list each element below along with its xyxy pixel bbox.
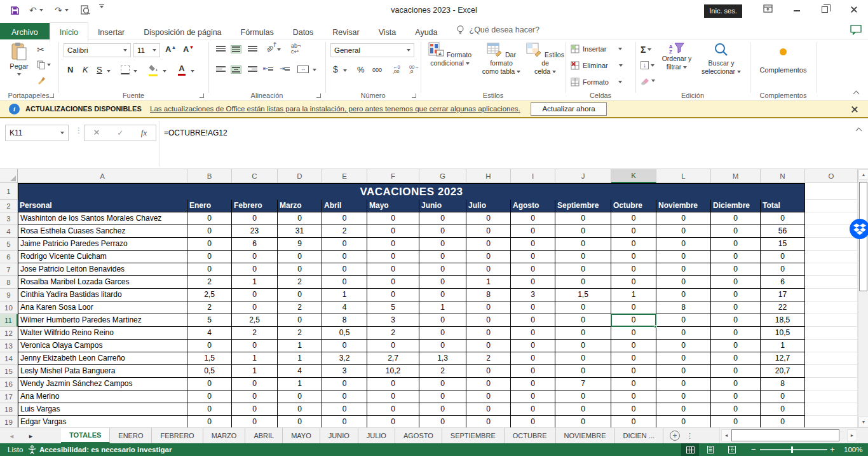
cell-value[interactable]: 1 [419,301,466,314]
table-header-enero[interactable]: Enero [187,200,232,212]
cell-value[interactable]: 0 [656,238,711,251]
cell-value[interactable]: 1 [278,352,322,365]
cell-value[interactable]: 10,2 [367,365,419,378]
row-header-18[interactable]: 18 [0,403,18,416]
cell-value[interactable]: 0 [611,212,656,225]
cell-value[interactable]: 0 [611,314,656,327]
comments-button[interactable] [850,25,862,37]
paste-button[interactable]: Pegar [5,42,33,78]
cell-value[interactable]: 0 [187,225,232,238]
cell[interactable] [805,390,858,403]
cell[interactable] [805,251,858,263]
sheet-tab-noviembre[interactable]: NOVIEMBRE [556,428,615,443]
cell-value[interactable]: 0 [367,251,419,263]
row-header-15[interactable]: 15 [0,365,18,378]
cell-value[interactable]: 0 [555,365,611,378]
cell-name[interactable]: Rodrigo Vicente Cuicham [18,251,187,263]
cell-value[interactable]: 0 [511,352,555,365]
currency-format-button[interactable]: $ [333,64,338,74]
cell-value[interactable]: 0 [656,327,711,340]
clipboard-dialog-launcher[interactable] [50,93,54,98]
cell-value[interactable]: 4 [322,301,367,314]
formula-input[interactable]: =OCTUBRE!AG12 [164,125,227,141]
scroll-left-button[interactable]: ◄ [721,429,731,441]
cell-value[interactable]: 0 [611,352,656,365]
cell[interactable] [805,289,858,301]
cell-value[interactable]: 0 [187,403,232,416]
zoom-level[interactable]: 100% [844,443,862,456]
notification-close-button[interactable] [851,106,858,114]
cell-value[interactable]: 0 [511,301,555,314]
cell-value[interactable]: 3 [367,314,419,327]
cell-value[interactable]: 0 [367,238,419,251]
cell-value[interactable]: 3 [511,289,555,301]
decrease-indent-button[interactable]: ⇤ [263,65,273,72]
cell-value[interactable]: 10,5 [761,327,805,340]
cell-value[interactable]: 0 [322,238,367,251]
cell-value[interactable]: 0 [419,289,466,301]
cell-value[interactable]: 8 [322,314,367,327]
cancel-entry-button[interactable] [93,128,100,137]
cell-value[interactable]: 0 [611,327,656,340]
cell-value[interactable]: 0 [466,327,511,340]
alignment-dialog-launcher[interactable] [316,93,321,98]
table-header-total[interactable]: Total [761,200,805,212]
cell[interactable] [805,416,858,427]
decrease-decimal-button[interactable]: 00→,0 [409,65,419,74]
cell-value[interactable]: 0 [419,416,466,427]
vertical-scrollbar[interactable]: ▲ ▼ [858,169,868,427]
cell-value[interactable]: 0 [187,390,232,403]
font-name-select[interactable]: Calibri [64,43,131,57]
merge-center-dropdown-icon[interactable] [313,69,316,71]
cell[interactable] [805,327,858,340]
cell-value[interactable]: 0 [656,212,711,225]
cell[interactable] [805,212,858,225]
cell-value[interactable]: 2 [187,276,232,289]
borders-button[interactable] [121,66,130,74]
cell-value[interactable]: 0 [711,416,761,427]
page-layout-view-button[interactable] [702,443,719,456]
cell-value[interactable]: 0 [711,225,761,238]
cell-value[interactable]: 1,5 [187,352,232,365]
zoom-slider-track[interactable] [760,449,827,450]
cell-value[interactable]: 0 [711,301,761,314]
sheet-tab-marzo[interactable]: MARZO [203,428,246,443]
cell-value[interactable]: 0 [322,276,367,289]
column-header-I[interactable]: I [511,169,555,183]
row-header-19[interactable]: 19 [0,416,18,427]
cell-value[interactable]: 18,5 [761,314,805,327]
shrink-font-button[interactable]: A▼ [183,45,194,54]
redo-button[interactable]: ↷ [55,4,69,16]
cell-value[interactable]: 0 [711,390,761,403]
column-header-N[interactable]: N [761,169,805,183]
cell-name[interactable]: Walter Wilfrido Reino Reino [18,327,187,340]
cell-value[interactable]: 0 [187,416,232,427]
name-box[interactable]: K11 [5,125,69,141]
cell-value[interactable]: 0 [419,314,466,327]
cell-value[interactable]: 1 [466,276,511,289]
cell-value[interactable]: 0 [466,263,511,276]
cell-value[interactable]: 0 [278,390,322,403]
cell-value[interactable]: 0 [761,251,805,263]
cell-value[interactable]: 0 [187,340,232,352]
fill-handle[interactable] [654,325,657,328]
cell-name[interactable]: Ana Merino [18,390,187,403]
column-header-E[interactable]: E [322,169,367,183]
cell-name[interactable]: Cinthia Yadira Bastidas litardo [18,289,187,301]
cell-value[interactable]: 0 [466,390,511,403]
conditional-formatting-button[interactable]: ≠ Formato condicional [423,42,477,67]
column-header-C[interactable]: C [232,169,278,183]
addins-button[interactable]: Complementos [750,66,817,74]
cell-value[interactable]: 0 [419,276,466,289]
ribbon-tab-inicio[interactable]: Inicio [50,22,88,42]
cell-value[interactable]: 0 [555,212,611,225]
cell-value[interactable]: 2,5 [187,289,232,301]
cell-value[interactable]: 0 [466,212,511,225]
cell-value[interactable]: 0 [656,340,711,352]
sheet-tab-octubre[interactable]: OCTUBRE [505,428,556,443]
cell-value[interactable]: 0,5 [187,365,232,378]
cell-value[interactable]: 0 [322,263,367,276]
row-header-14[interactable]: 14 [0,352,18,365]
cell-value[interactable]: 0 [611,378,656,390]
table-header-abril[interactable]: Abril [322,200,367,212]
